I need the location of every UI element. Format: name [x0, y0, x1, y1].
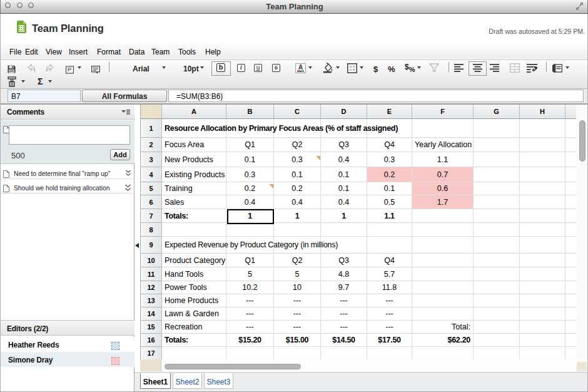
svg-text:A: A: [298, 64, 303, 71]
